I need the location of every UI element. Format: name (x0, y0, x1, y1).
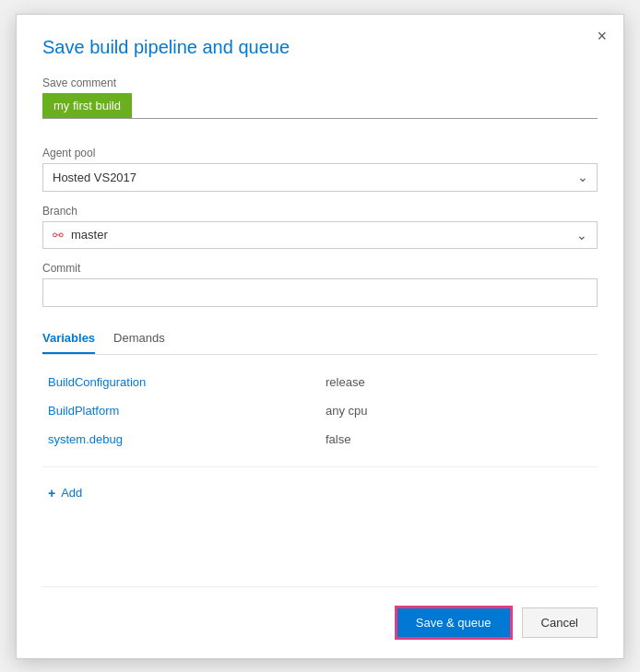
branch-group: Branch ⚯ master ⌄ (42, 205, 598, 249)
variable-name[interactable]: BuildPlatform (42, 396, 320, 425)
branch-chevron-icon: ⌄ (576, 228, 587, 242)
agent-pool-label: Agent pool (42, 147, 598, 159)
add-label: Add (61, 486, 82, 500)
variables-divider (42, 466, 598, 467)
branch-value: master (71, 228, 576, 242)
title-static: Save (42, 37, 89, 57)
save-comment-row: my first build (42, 93, 598, 119)
add-icon: + (48, 486, 55, 501)
table-row: system.debugfalse (42, 425, 598, 454)
cancel-button[interactable]: Cancel (522, 607, 598, 638)
agent-pool-select[interactable]: Hosted VS2017 Hosted Default (42, 163, 598, 192)
title-blue: build pipeline and queue (89, 37, 290, 57)
variable-name[interactable]: BuildConfiguration (42, 368, 320, 396)
save-comment-input[interactable] (132, 93, 598, 118)
variable-value: false (320, 425, 598, 454)
agent-pool-group: Agent pool Hosted VS2017 Hosted Default … (42, 147, 598, 192)
save-comment-group: Save comment my first build (42, 77, 598, 134)
dialog-title: Save build pipeline and queue (42, 37, 598, 58)
close-button[interactable]: × (591, 24, 612, 48)
save-pipeline-dialog: × Save build pipeline and queue Save com… (16, 14, 624, 659)
branch-dropdown[interactable]: ⚯ master ⌄ (42, 221, 598, 249)
variable-value: any cpu (320, 396, 598, 425)
add-variable-button[interactable]: + Add (42, 482, 88, 504)
variable-value: release (320, 368, 598, 396)
save-comment-badge: my first build (42, 93, 132, 118)
tab-variables[interactable]: Variables (42, 324, 95, 354)
branch-icon: ⚯ (53, 228, 64, 242)
table-row: BuildConfigurationrelease (42, 368, 598, 396)
variable-name[interactable]: system.debug (42, 425, 320, 454)
tab-demands[interactable]: Demands (113, 324, 165, 354)
dialog-footer: Save & queue Cancel (42, 586, 598, 640)
tabs-row: Variables Demands (42, 324, 598, 355)
branch-label: Branch (42, 205, 598, 218)
save-queue-button[interactable]: Save & queue (395, 606, 513, 640)
variables-table: BuildConfigurationreleaseBuildPlatforman… (42, 368, 598, 454)
commit-input[interactable] (42, 278, 598, 307)
agent-pool-wrapper: Hosted VS2017 Hosted Default ⌄ (42, 163, 598, 192)
commit-label: Commit (42, 262, 598, 275)
commit-group: Commit (42, 262, 598, 307)
table-row: BuildPlatformany cpu (42, 396, 598, 425)
save-comment-label: Save comment (42, 77, 598, 89)
